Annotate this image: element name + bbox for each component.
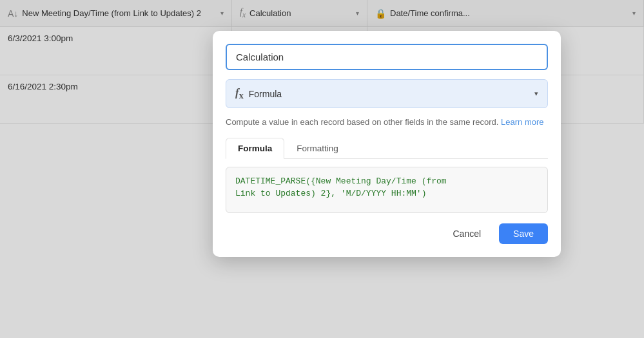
- field-editor-modal: fx Formula ▾ Compute a value in each rec…: [213, 31, 561, 257]
- learn-more-link[interactable]: Learn more: [501, 117, 543, 127]
- save-button[interactable]: Save: [499, 223, 548, 244]
- formula-editor[interactable]: DATETIME_PARSE({New Meeting Day/Time (fr…: [226, 167, 548, 213]
- field-type-dropdown[interactable]: fx Formula ▾: [226, 79, 548, 108]
- formula-tabs: Formula Formatting: [226, 138, 548, 159]
- modal-footer: Cancel Save: [226, 223, 548, 244]
- formula-icon: fx: [235, 86, 244, 101]
- field-name-input[interactable]: [226, 44, 548, 70]
- cancel-button[interactable]: Cancel: [441, 223, 493, 244]
- tab-formatting[interactable]: Formatting: [284, 138, 351, 159]
- field-description: Compute a value in each record based on …: [226, 116, 548, 129]
- tab-formula[interactable]: Formula: [226, 138, 284, 159]
- field-type-chevron-icon: ▾: [534, 89, 538, 98]
- field-type-label: Formula: [249, 89, 529, 99]
